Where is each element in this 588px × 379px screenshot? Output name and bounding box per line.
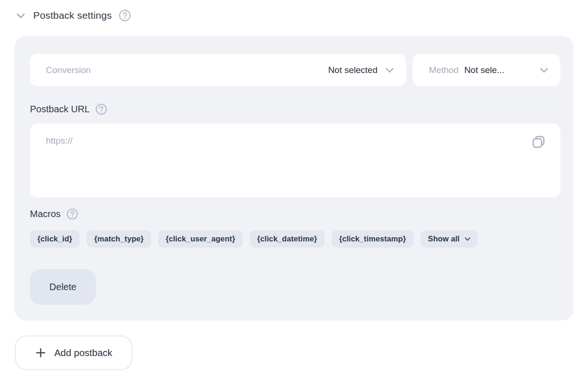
add-postback-button[interactable]: Add postback bbox=[15, 335, 132, 370]
help-icon[interactable] bbox=[66, 208, 78, 220]
postback-url-label: Postback URL bbox=[30, 104, 90, 115]
postback-url-label-row: Postback URL bbox=[30, 103, 560, 115]
delete-postback-button[interactable]: Delete bbox=[30, 269, 96, 305]
chevron-down-icon bbox=[464, 235, 472, 243]
macros-label-row: Macros bbox=[30, 208, 560, 220]
copy-button[interactable] bbox=[530, 133, 547, 150]
help-icon[interactable] bbox=[119, 9, 131, 22]
postback-url-box bbox=[30, 124, 560, 197]
conversion-placeholder: Conversion bbox=[46, 65, 91, 75]
add-postback-label: Add postback bbox=[54, 347, 112, 358]
macro-chip-click-datetime[interactable]: {click_datetime} bbox=[250, 230, 325, 248]
postback-panel: Conversion Not selected Method Not sele.… bbox=[15, 36, 573, 321]
selects-row: Conversion Not selected Method Not sele.… bbox=[30, 54, 560, 86]
plus-icon bbox=[35, 347, 46, 358]
section-header: Postback settings bbox=[0, 0, 588, 22]
chevron-down-icon bbox=[15, 10, 26, 21]
postback-settings-page: Postback settings Conversion Not selecte… bbox=[0, 0, 588, 379]
show-all-label: Show all bbox=[428, 234, 460, 243]
postback-url-input[interactable] bbox=[30, 124, 560, 197]
macro-chip-click-id[interactable]: {click_id} bbox=[30, 230, 80, 248]
collapse-section-button[interactable] bbox=[15, 10, 26, 21]
conversion-value: Not selected bbox=[328, 65, 377, 75]
conversion-select[interactable]: Conversion Not selected bbox=[30, 54, 406, 86]
chevron-down-icon bbox=[384, 64, 396, 76]
macros-label: Macros bbox=[30, 209, 61, 219]
macro-chips-row: {click_id} {match_type} {click_user_agen… bbox=[30, 230, 560, 248]
help-icon[interactable] bbox=[95, 103, 107, 115]
show-all-macros-button[interactable]: Show all bbox=[421, 230, 478, 248]
macro-chip-match-type[interactable]: {match_type} bbox=[87, 230, 151, 248]
method-label: Method bbox=[429, 65, 458, 75]
page-title: Postback settings bbox=[33, 10, 112, 21]
chevron-down-icon bbox=[538, 64, 550, 76]
method-select[interactable]: Method Not sele... bbox=[413, 54, 560, 86]
copy-icon bbox=[530, 133, 547, 150]
method-value: Not sele... bbox=[464, 65, 504, 75]
macro-chip-click-timestamp[interactable]: {click_timestamp} bbox=[332, 230, 414, 248]
macro-chip-click-user-agent[interactable]: {click_user_agent} bbox=[158, 230, 243, 248]
